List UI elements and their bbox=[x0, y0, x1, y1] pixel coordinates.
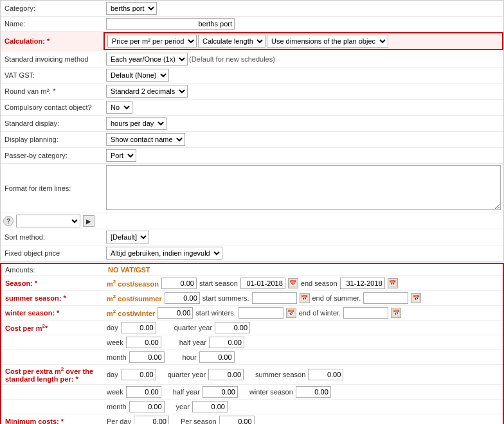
display-planning-select[interactable]: Show contact name bbox=[106, 133, 185, 146]
week-input[interactable] bbox=[126, 337, 161, 348]
passerby-select[interactable]: Port bbox=[106, 149, 136, 162]
sort-select[interactable]: [Default] bbox=[106, 231, 149, 243]
fixed-price-value: Altijd gebruiken, indien ingevuld bbox=[104, 245, 503, 261]
extra-week-row: week half year winter season bbox=[1, 385, 503, 400]
sort-row: Sort method: [Default] bbox=[1, 229, 503, 245]
compulsory-value: No bbox=[104, 100, 503, 115]
start-summer-input[interactable] bbox=[252, 292, 297, 304]
no-vat-text: NO VAT/GST bbox=[108, 266, 150, 274]
winter-content: m2 cost/winter start winters. 📅 end of w… bbox=[104, 306, 503, 320]
extra-winter-input[interactable] bbox=[296, 386, 331, 398]
extra-day-row: Cost per extra m2 over the standard leng… bbox=[1, 365, 503, 385]
quarter-input[interactable] bbox=[215, 322, 250, 333]
name-input[interactable] bbox=[106, 18, 235, 30]
helper-select[interactable] bbox=[16, 215, 80, 227]
display-planning-label: Display planning: bbox=[1, 134, 104, 145]
end-summer-cal-icon[interactable]: 📅 bbox=[411, 293, 421, 303]
summer-input[interactable] bbox=[165, 292, 200, 304]
cost-m2-label: Cost per m2* bbox=[1, 322, 104, 333]
extra-summer-input[interactable] bbox=[308, 369, 343, 380]
end-season-cal-icon[interactable]: 📅 bbox=[388, 278, 398, 288]
start-winter-cal-icon[interactable]: 📅 bbox=[286, 308, 296, 318]
passerby-label: Passer-by category: bbox=[1, 150, 104, 161]
hour-input[interactable] bbox=[199, 351, 235, 363]
extra-day-input[interactable] bbox=[121, 369, 156, 380]
fixed-price-select[interactable]: Altijd gebruiken, indien ingevuld bbox=[106, 247, 222, 260]
month-input[interactable] bbox=[129, 351, 165, 363]
calculation-select1[interactable]: Price per m² per period bbox=[107, 35, 197, 48]
category-select[interactable]: berths port bbox=[106, 2, 157, 15]
season-input[interactable] bbox=[161, 278, 197, 289]
compulsory-select[interactable]: No bbox=[106, 101, 132, 114]
extra-quarter-label: quarter year bbox=[168, 371, 206, 378]
hour-label: hour bbox=[183, 353, 197, 361]
extra-day-label: day bbox=[107, 371, 118, 378]
end-summer-input[interactable] bbox=[363, 292, 408, 304]
winter-row: winter season: * m2 cost/winter start wi… bbox=[1, 306, 503, 321]
winter-label: winter season: * bbox=[1, 308, 104, 318]
calculation-select2[interactable]: Calculate length bbox=[198, 35, 266, 48]
min-per-day-row: Minimum costs: * Per day Per season bbox=[1, 414, 503, 424]
help-icon[interactable]: ? bbox=[3, 216, 14, 226]
cost-m2-week-row: week half year bbox=[1, 335, 503, 350]
half-input[interactable] bbox=[209, 337, 244, 348]
per-day-label: Per day bbox=[107, 418, 131, 424]
winter-field-label: m2 cost/winter bbox=[107, 308, 155, 317]
extra-month-row: month year bbox=[1, 400, 503, 414]
name-row: Name: bbox=[1, 17, 503, 31]
half-label: half year bbox=[179, 339, 206, 346]
summer-content: m2 cost/summer start summers. 📅 end of s… bbox=[104, 291, 503, 305]
vat-label: VAT GST: bbox=[1, 70, 104, 80]
amounts-label: Amounts: bbox=[5, 266, 108, 274]
vat-select[interactable]: Default (None) bbox=[106, 69, 169, 82]
summer-row: summer season: * m2 cost/summer start su… bbox=[1, 291, 503, 306]
format-textarea[interactable] bbox=[106, 165, 501, 210]
round-select[interactable]: Standard 2 decimals bbox=[106, 85, 188, 98]
arrow-button[interactable]: ▶ bbox=[83, 215, 94, 227]
end-season-input[interactable] bbox=[340, 278, 385, 289]
extra-half-input[interactable] bbox=[203, 386, 238, 398]
start-season-cal-icon[interactable]: 📅 bbox=[288, 278, 298, 288]
extra-winter-label: winter season bbox=[249, 388, 293, 396]
extra-week-spacer bbox=[1, 391, 104, 393]
end-winter-input[interactable] bbox=[343, 307, 388, 319]
per-season-label: Per season bbox=[181, 418, 217, 424]
passerby-row: Passer-by category: Port bbox=[1, 148, 503, 164]
standard-display-select[interactable]: hours per day bbox=[106, 117, 166, 130]
season-content: m2 cost/season start season 📅 end season… bbox=[104, 276, 503, 290]
cost-m2-day-content: day quarter year bbox=[104, 321, 503, 335]
passerby-value: Port bbox=[104, 148, 503, 163]
winter-input[interactable] bbox=[158, 307, 193, 319]
amounts-header: Amounts: NO VAT/GST bbox=[1, 264, 503, 276]
name-value bbox=[104, 17, 503, 31]
quarter-label: quarter year bbox=[174, 324, 212, 331]
sort-label: Sort method: bbox=[1, 232, 104, 242]
cost-m2-month-content: month hour bbox=[104, 350, 503, 364]
display-planning-value: Show contact name bbox=[104, 132, 503, 147]
extra-summer-label: summer season bbox=[255, 371, 305, 378]
start-winter-label: start winters. bbox=[195, 309, 235, 317]
invoicing-select[interactable]: Each year/Once (1x) bbox=[106, 53, 188, 66]
per-season-input[interactable] bbox=[219, 416, 255, 424]
name-label: Name: bbox=[1, 19, 104, 29]
start-season-input[interactable] bbox=[240, 278, 285, 289]
compulsory-label: Compulsory contact object? bbox=[1, 102, 104, 112]
extra-month-spacer bbox=[1, 405, 104, 408]
calculation-select3[interactable]: Use dimensions of the plan objec bbox=[267, 35, 388, 48]
start-summer-cal-icon[interactable]: 📅 bbox=[300, 293, 310, 303]
end-winter-cal-icon[interactable]: 📅 bbox=[391, 308, 401, 318]
top-section: Category: berths port Name: Calculation:… bbox=[0, 0, 504, 261]
extra-week-input[interactable] bbox=[126, 386, 161, 398]
extra-year-input[interactable] bbox=[192, 401, 228, 412]
start-winter-input[interactable] bbox=[239, 307, 284, 319]
month-label: month bbox=[107, 353, 127, 361]
per-day-input[interactable] bbox=[134, 416, 169, 424]
invoicing-value: Each year/Once (1x) (Default for new sch… bbox=[104, 51, 503, 67]
start-season-label: start season bbox=[199, 279, 238, 287]
cost-m2-week-content: week half year bbox=[104, 335, 503, 349]
extra-month-input[interactable] bbox=[129, 401, 165, 412]
day-input[interactable] bbox=[121, 322, 156, 333]
extra-label: Cost per extra m2 over the standard leng… bbox=[1, 365, 104, 384]
extra-quarter-input[interactable] bbox=[208, 369, 244, 380]
standard-display-row: Standard display: hours per day bbox=[1, 116, 503, 132]
